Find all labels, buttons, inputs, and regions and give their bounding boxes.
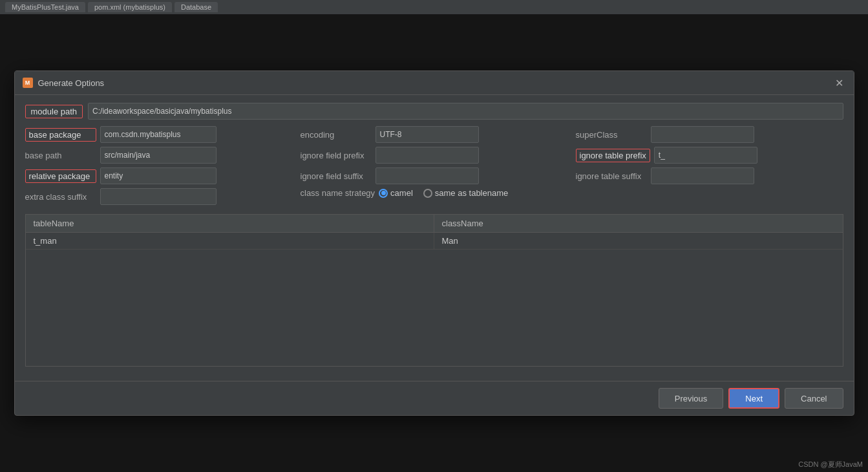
dialog-footer: Previous Next Cancel: [15, 381, 854, 415]
extra-class-suffix-row: extra class suffix: [25, 188, 293, 205]
ignore-table-suffix-label: ignore table suffix: [576, 171, 647, 181]
tab-database[interactable]: Database: [175, 2, 218, 12]
super-class-label: superClass: [576, 130, 647, 140]
base-path-row: base path: [25, 147, 293, 164]
ignore-table-prefix-row: ignore table prefix: [576, 147, 843, 164]
radio-camel-label: camel: [390, 188, 413, 198]
base-package-input[interactable]: [100, 126, 217, 143]
extra-class-suffix-input[interactable]: [100, 188, 217, 205]
ignore-field-suffix-row: ignore field suffix: [301, 167, 568, 184]
radio-camel[interactable]: camel: [379, 188, 413, 198]
relative-package-row: relative package: [25, 167, 293, 184]
dialog-app-icon: M: [23, 78, 33, 88]
close-button[interactable]: ✕: [833, 76, 846, 89]
cell-tablename: t_man: [26, 233, 434, 249]
base-path-input[interactable]: [100, 147, 217, 164]
module-path-row: module path: [25, 103, 843, 120]
ignore-field-prefix-row: ignore field prefix: [301, 147, 568, 164]
extra-class-suffix-label: extra class suffix: [25, 192, 96, 202]
tab-pomxml[interactable]: pom.xml (mybatisplus): [88, 2, 172, 12]
options-grid: base package base path relative package …: [25, 126, 843, 209]
generate-options-dialog: M Generate Options ✕ module path base pa…: [14, 70, 854, 416]
ignore-field-suffix-input[interactable]: [376, 167, 479, 184]
ignore-field-suffix-label: ignore field suffix: [301, 171, 372, 181]
ignore-table-suffix-row: ignore table suffix: [576, 167, 843, 184]
ignore-table-suffix-input[interactable]: [651, 167, 754, 184]
table-row[interactable]: t_man Man: [26, 233, 843, 250]
cell-classname: Man: [434, 233, 843, 249]
radio-camel-circle: [379, 189, 388, 198]
col-classname-header: className: [434, 215, 843, 232]
ignore-table-prefix-label: ignore table prefix: [576, 149, 650, 162]
radio-same-as-tablename[interactable]: same as tablename: [423, 188, 508, 198]
col3: superClass ignore table prefix ignore ta…: [576, 126, 843, 209]
radio-same-label: same as tablename: [435, 188, 508, 198]
cancel-button[interactable]: Cancel: [785, 388, 843, 409]
encoding-row: encoding: [301, 126, 568, 143]
next-button[interactable]: Next: [728, 388, 779, 409]
module-path-input[interactable]: [88, 103, 843, 120]
watermark: CSDN @夏师JavaM: [798, 460, 863, 469]
dialog-body: module path base package base path: [15, 95, 854, 381]
dialog-overlay: M Generate Options ✕ module path base pa…: [0, 14, 868, 472]
tab-mybatistest[interactable]: MyBatisPlusTest.java: [5, 2, 85, 12]
col-tablename-header: tableName: [26, 215, 434, 232]
relative-package-label: relative package: [25, 169, 96, 183]
title-left: M Generate Options: [23, 78, 105, 88]
class-name-strategy-options: camel same as tablename: [379, 188, 508, 198]
ignore-table-prefix-input[interactable]: [654, 147, 757, 164]
super-class-row: superClass: [576, 126, 843, 143]
radio-same-circle: [423, 189, 432, 198]
module-path-label: module path: [25, 105, 83, 118]
ignore-field-prefix-input[interactable]: [376, 147, 479, 164]
taskbar: MyBatisPlusTest.java pom.xml (mybatisplu…: [0, 0, 868, 14]
relative-package-input[interactable]: [100, 167, 217, 184]
class-name-strategy-label: class name strategy: [301, 188, 376, 198]
encoding-input[interactable]: [376, 126, 479, 143]
dialog-title: Generate Options: [38, 78, 105, 88]
col1: base package base path relative package …: [25, 126, 293, 209]
col2: encoding ignore field prefix ignore fiel…: [301, 126, 568, 209]
super-class-input[interactable]: [651, 126, 754, 143]
base-package-row: base package: [25, 126, 293, 143]
table-empty-area: [26, 250, 843, 366]
encoding-label: encoding: [301, 130, 372, 140]
base-package-label: base package: [25, 128, 96, 142]
ignore-field-prefix-label: ignore field prefix: [301, 151, 372, 160]
table-header: tableName className: [26, 215, 843, 233]
table-container: tableName className t_man Man: [25, 214, 843, 367]
previous-button[interactable]: Previous: [659, 388, 724, 409]
class-name-strategy-row: class name strategy camel same as tablen…: [301, 188, 568, 198]
dialog-titlebar: M Generate Options ✕: [15, 71, 854, 95]
base-path-label: base path: [25, 151, 96, 160]
